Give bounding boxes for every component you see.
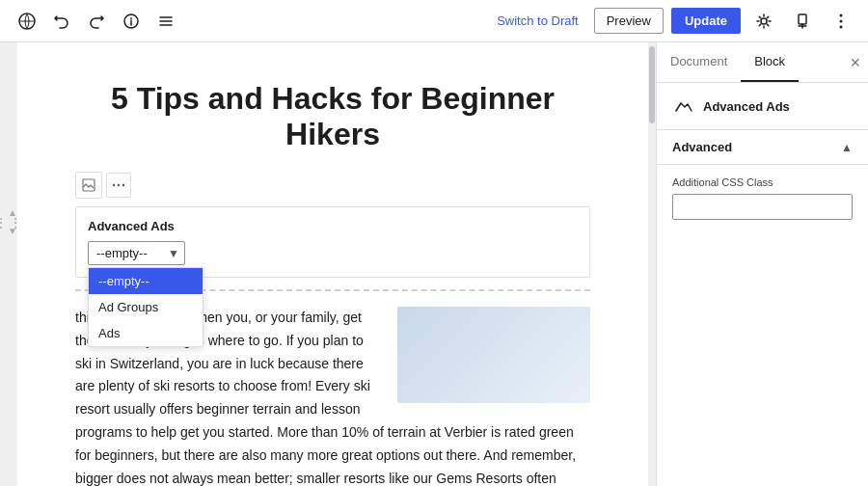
list-view-button[interactable] <box>150 6 181 37</box>
dropdown-menu: --empty-- Ad Groups Ads <box>88 267 203 347</box>
svg-rect-3 <box>799 14 806 24</box>
block-more-button[interactable] <box>106 173 131 198</box>
redo-button[interactable] <box>81 6 112 37</box>
dropdown-item-ads[interactable]: Ads <box>89 320 203 346</box>
up-chevron-icon: ▲ <box>8 207 17 218</box>
css-class-label: Additional CSS Class <box>672 176 853 188</box>
update-button[interactable]: Update <box>671 8 741 34</box>
advanced-ads-block-title: Advanced Ads <box>88 219 578 233</box>
svg-point-10 <box>122 184 124 186</box>
svg-point-6 <box>840 25 843 28</box>
scrollbar[interactable] <box>648 42 656 486</box>
toolbar-left <box>12 6 481 37</box>
dropdown-item-ad-groups[interactable]: Ad Groups <box>89 294 203 320</box>
info-button[interactable] <box>116 6 147 37</box>
dropdown-item-empty[interactable]: --empty-- <box>89 268 203 294</box>
advanced-section-body: Additional CSS Class <box>657 165 868 231</box>
select-wrapper: --empty-- Ad Groups Ads ▼ --empty-- Ad G… <box>88 241 185 265</box>
css-class-input[interactable] <box>672 194 853 220</box>
sidebar-header: Document Block × <box>657 42 868 83</box>
drag-area: ⋮⋮ ▲ ▼ <box>0 42 17 486</box>
more-options-button[interactable] <box>826 6 856 37</box>
tab-block[interactable]: Block <box>741 42 799 82</box>
toolbar: Switch to Draft Preview Update <box>0 0 868 42</box>
sidebar-block-header: Advanced Ads <box>657 83 868 130</box>
wordpress-icon-button[interactable] <box>12 6 42 37</box>
chevron-up-icon: ▲ <box>841 141 853 154</box>
svg-point-4 <box>840 14 843 16</box>
block-image-icon <box>75 172 102 199</box>
svg-point-8 <box>113 184 115 186</box>
advanced-ads-sidebar-icon <box>672 94 695 118</box>
toolbar-right: Switch to Draft Preview Update <box>489 6 856 37</box>
post-title: 5 Tips and Hacks for Beginner Hikers <box>75 81 590 152</box>
svg-point-2 <box>761 18 767 24</box>
editor-area: 5 Tips and Hacks for Beginner Hikers Adv… <box>17 42 648 486</box>
settings-button[interactable] <box>748 6 779 37</box>
undo-button[interactable] <box>46 6 77 37</box>
advanced-section-title: Advanced <box>672 140 732 154</box>
svg-point-5 <box>840 19 843 22</box>
main-layout: ⋮⋮ ▲ ▼ 5 Tips and Hacks for Beginner Hik… <box>0 42 868 486</box>
advanced-ads-select[interactable]: --empty-- Ad Groups Ads <box>88 241 185 265</box>
down-chevron-icon: ▼ <box>8 226 17 236</box>
block-controls-row <box>75 172 590 202</box>
sidebar: Document Block × Advanced Ads Advanced ▲… <box>656 42 868 486</box>
svg-point-9 <box>118 184 120 186</box>
advanced-ads-block: Advanced Ads --empty-- Ad Groups Ads ▼ -… <box>75 206 590 278</box>
plugins-button[interactable] <box>787 6 818 37</box>
scroll-thumb[interactable] <box>649 46 655 123</box>
preview-button[interactable]: Preview <box>594 8 664 34</box>
sidebar-close-button[interactable]: × <box>850 54 860 71</box>
sidebar-block-name: Advanced Ads <box>703 99 790 114</box>
image-placeholder <box>397 307 590 403</box>
advanced-section: Advanced ▲ Additional CSS Class <box>657 130 868 231</box>
advanced-section-header[interactable]: Advanced ▲ <box>657 130 868 165</box>
tab-document[interactable]: Document <box>657 42 741 82</box>
switch-to-draft-button[interactable]: Switch to Draft <box>489 10 586 32</box>
